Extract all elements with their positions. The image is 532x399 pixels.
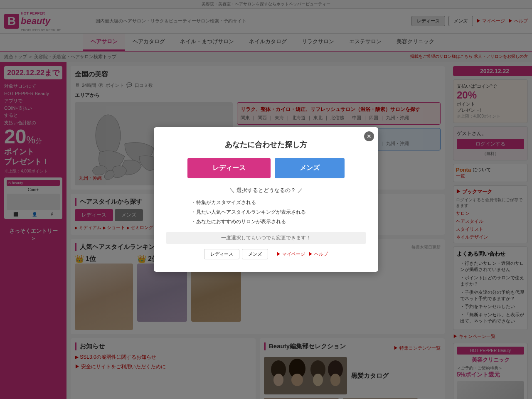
modal-close-button[interactable]: ✕ [364, 131, 374, 141]
modal-bottom-links: ▶ マイページ ▶ ヘルプ [276, 251, 328, 257]
modal-mens-button[interactable]: メンズ [275, 158, 345, 178]
modal-help-link[interactable]: ▶ ヘルプ [308, 251, 328, 257]
modal-mypage-link[interactable]: ▶ マイページ [276, 251, 305, 257]
modal-ladies-button[interactable]: レディース [187, 158, 271, 178]
modal-feature-2: 見たい人気ヘアスタイルランキングが表示される [191, 209, 366, 216]
modal-features-list: 特集がカスタマイズされる 見たい人気ヘアスタイルランキングが表示される あなたに… [166, 199, 366, 225]
modal-overlay[interactable]: ✕ あなたに合わせた探し方 レディース メンズ 選択するとどうなるの？ 特集がカ… [0, 0, 532, 399]
modal-feature-1: 特集がカスタマイズされる [191, 199, 366, 206]
modal-dialog: ✕ あなたに合わせた探し方 レディース メンズ 選択するとどうなるの？ 特集がカ… [154, 127, 378, 272]
modal-bottom-tabs: レディース メンズ [204, 249, 268, 259]
modal-title: あなたに合わせた探し方 [166, 140, 366, 150]
modal-bottom: レディース メンズ ▶ マイページ ▶ ヘルプ [166, 249, 366, 259]
modal-subtitle: 選択するとどうなるの？ [166, 187, 366, 194]
modal-bottom-tab-ladies[interactable]: レディース [204, 249, 239, 259]
modal-note: 一度選択してもいつでも変更できます！ [166, 232, 366, 244]
modal-bottom-tab-mens[interactable]: メンズ [242, 249, 268, 259]
modal-buttons: レディース メンズ [166, 158, 366, 178]
modal-feature-3: あなたにおすすめのサロンが表示される [191, 218, 366, 225]
